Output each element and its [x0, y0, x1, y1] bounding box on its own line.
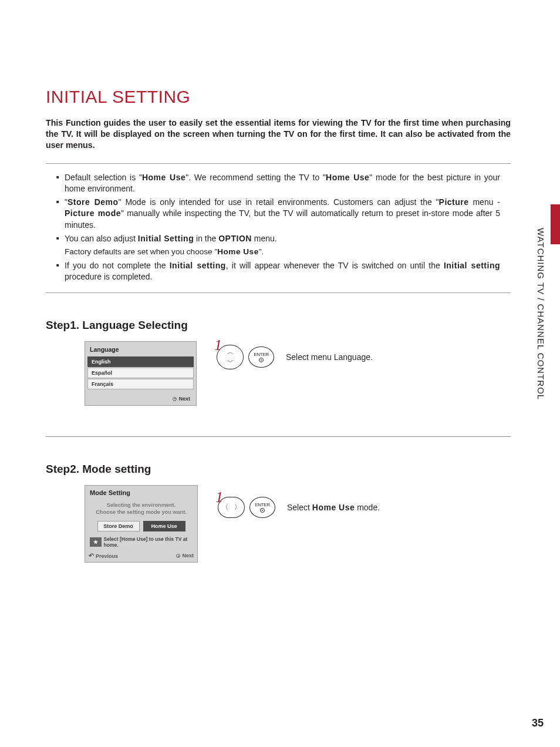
enter-indicator-icon — [176, 554, 180, 558]
enter-dot-icon — [259, 358, 264, 362]
step2-title: Step2. Mode setting — [46, 463, 511, 476]
chevron-right-icon: 〉 — [234, 504, 241, 510]
note-item: You can also adjust Initial Setting in t… — [56, 233, 500, 244]
step1-instr-text: Select menu Language. — [286, 352, 373, 362]
step-number: 1 — [214, 337, 222, 354]
chevron-up-icon: ︿ — [227, 349, 234, 355]
undo-icon: ↶ — [89, 552, 94, 560]
page-number: 35 — [532, 717, 544, 729]
side-thumb-tab — [551, 204, 560, 244]
language-osd-header: Language — [87, 344, 194, 356]
step1-instruction: 1 ︿ ﹀ ENTER Select menu Language. — [217, 341, 373, 369]
chevron-down-icon: ﹀ — [227, 359, 234, 365]
note-box: Default selection is "Home Use". We reco… — [46, 163, 511, 293]
remote-enter-icon: ENTER — [248, 346, 274, 368]
language-osd: Language English Español Français Next — [85, 341, 197, 406]
intro-paragraph: This Function guides the user to easily … — [46, 117, 511, 152]
note-item: If you do not complete the Initial setti… — [56, 260, 500, 283]
note-item: "Store Demo" Mode is only intended for u… — [56, 197, 500, 231]
step1-title: Step1. Language Selecting — [46, 319, 511, 332]
step-number: 1 — [215, 489, 223, 506]
energy-star-icon: ★ — [90, 537, 102, 547]
language-option-espanol[interactable]: Español — [87, 368, 194, 378]
mode-osd-footer: ↶Previous Next — [85, 550, 197, 562]
step2-instruction: 1 〈 〉 ENTER Select Home Use mode. — [218, 485, 380, 518]
note-subitem: Factory defaults are set when you choose… — [56, 247, 500, 258]
section-side-label: WATCHING TV / CHANNEL CONTROL — [536, 228, 546, 400]
enter-dot-icon — [260, 508, 265, 513]
mode-osd-header: Mode Setting — [85, 486, 197, 499]
step2-row: Mode Setting Selecting the environment. … — [46, 485, 511, 563]
next-label: Next — [176, 553, 194, 558]
step2-instr-text: Select Home Use mode. — [287, 503, 380, 512]
language-option-francais[interactable]: Français — [87, 379, 194, 389]
mode-osd-desc: Selecting the environment. Choose the se… — [85, 499, 197, 517]
step1-row: Language English Español Français Next 1… — [46, 341, 511, 406]
previous-label: ↶Previous — [89, 552, 118, 560]
home-use-button[interactable]: Home Use — [143, 521, 185, 531]
page-content: INITIAL SETTING This Function guides the… — [46, 87, 511, 563]
language-osd-footer: Next — [87, 390, 194, 403]
mode-tip: ★ Select [Home Use] to use this TV at ho… — [85, 536, 197, 550]
language-option-english[interactable]: English — [87, 356, 194, 367]
mode-buttons: Store Demo Home Use — [85, 517, 197, 536]
page-title: INITIAL SETTING — [46, 87, 511, 107]
remote-enter-icon: ENTER — [249, 497, 275, 518]
mode-osd: Mode Setting Selecting the environment. … — [85, 485, 198, 563]
note-item: Default selection is "Home Use". We reco… — [56, 172, 500, 195]
store-demo-button[interactable]: Store Demo — [97, 521, 140, 531]
enter-indicator-icon — [173, 397, 177, 401]
divider — [46, 436, 511, 437]
